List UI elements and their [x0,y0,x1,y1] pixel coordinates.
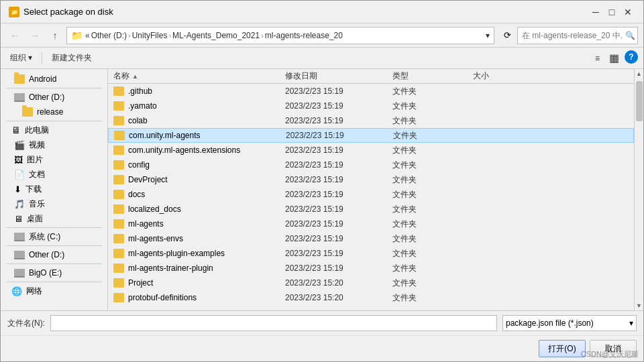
row-date: 2023/2/23 15:19 [282,86,390,96]
scroll-down-button[interactable]: ▼ [635,301,644,310]
col-header-date[interactable]: 修改日期 [282,70,390,82]
col-header-name[interactable]: 名称 ▲ [108,70,282,82]
folder-icon-row [113,249,124,258]
sort-arrow-name: ▲ [132,73,138,80]
minimize-button[interactable]: ─ [588,5,603,19]
toolbar: 组织 ▾ 新建文件夹 ≡ ▦ ? [1,48,643,69]
row-name: colab [128,116,148,125]
folder-icon-row [114,131,125,140]
file-list: 名称 ▲ 修改日期 类型 大小 [108,69,634,310]
scroll-track-area[interactable] [635,78,644,301]
address-crumb: « Other (D:) › UnityFiles › ML-Agents_De… [85,31,343,40]
organize-button[interactable]: 组织 ▾ [6,50,36,66]
toolbar-separator [42,52,42,64]
up-button[interactable]: ↑ [46,27,64,44]
drive-icon-other-d [14,93,25,102]
row-name: ml-agents [128,219,164,229]
sidebar-label-docs: 文档 [29,169,45,180]
forward-button[interactable]: → [26,27,44,44]
dropdown-arrow-address[interactable]: ▾ [486,31,490,40]
view-menu-button[interactable]: ≡ [591,50,604,66]
scroll-thumb[interactable] [636,81,643,121]
sidebar-item-sysc[interactable]: 系统 (C:) [1,229,107,244]
table-row[interactable]: .github 2023/2/23 15:19 文件夹 [108,84,634,99]
col-header-size[interactable]: 大小 [470,70,524,82]
drive-icon-bigo [14,269,25,278]
help-button[interactable]: ? [625,50,638,64]
col-header-type[interactable]: 类型 [390,70,470,82]
folder-icon-row [113,293,124,302]
row-type: 文件夹 [390,292,470,304]
back-button[interactable]: ← [6,27,23,44]
open-button[interactable]: 打开(O) [539,340,586,357]
main-area: Android Other (D:) release 🖥 此电脑 🎬 [1,69,643,310]
scrollbar-track[interactable]: ▲ ▼ [634,69,643,310]
table-row[interactable]: docs 2023/2/23 15:19 文件夹 [108,187,634,202]
sidebar-sep-5 [6,263,102,264]
title-bar-controls: ─ □ ✕ [588,5,635,19]
table-row[interactable]: com.unity.ml-agents.extensions 2023/2/23… [108,143,634,158]
sidebar-item-photo[interactable]: 🖼 图片 [1,152,107,167]
folder-icon-row [113,204,124,214]
row-type: 文件夹 [390,160,470,171]
sidebar-item-android[interactable]: Android [1,72,107,86]
table-row[interactable]: ml-agents-plugin-examples 2023/2/23 15:1… [108,246,634,261]
table-row[interactable]: localized_docs 2023/2/23 15:19 文件夹 [108,202,634,217]
row-type: 文件夹 [390,86,470,97]
download-icon: ⬇ [14,184,21,194]
sidebar-item-video[interactable]: 🎬 视频 [1,137,107,152]
sidebar-item-thispc[interactable]: 🖥 此电脑 [1,123,107,137]
file-dialog: 📁 Select package on disk ─ □ ✕ ← → ↑ 📁 «… [0,0,644,362]
table-row[interactable]: colab 2023/2/23 15:19 文件夹 [108,113,634,128]
filetype-select[interactable]: package.json file (*.json) ▾ [502,315,637,331]
row-date: 2023/2/23 15:20 [282,278,390,288]
table-row[interactable]: ml-agents-trainer-plugin 2023/2/23 15:19… [108,261,634,276]
drive-icon-otherd2 [14,251,25,259]
dialog-title: Select package on disk [23,7,113,17]
dialog-icon: 📁 [9,7,19,17]
sidebar-item-release[interactable]: release [1,105,107,119]
refresh-button[interactable]: ⟳ [500,28,515,43]
sidebar-item-network[interactable]: 🌐 网络 [1,284,107,298]
photo-icon: 🖼 [14,155,23,165]
file-list-header: 名称 ▲ 修改日期 类型 大小 [108,69,634,84]
music-icon: 🎵 [14,199,25,209]
address-bar[interactable]: 📁 « Other (D:) › UnityFiles › ML-Agents_… [66,27,494,44]
row-type: 文件夹 [390,189,470,200]
row-type: 文件夹 [390,263,470,274]
filename-input[interactable] [50,315,497,331]
folder-icon-address: 📁 [71,30,83,41]
sidebar-item-bigo[interactable]: BigO (E:) [1,265,107,280]
table-row[interactable]: com.unity.ml-agents 2023/2/23 15:19 文件夹 [108,128,634,143]
new-folder-button[interactable]: 新建文件夹 [48,50,96,66]
search-input[interactable] [522,31,623,40]
table-row[interactable]: protobuf-definitions 2023/2/23 15:20 文件夹 [108,290,634,305]
maximize-button[interactable]: □ [604,5,619,19]
table-row[interactable]: ml-agents-envs 2023/2/23 15:19 文件夹 [108,231,634,246]
row-date: 2023/2/23 15:19 [282,204,390,214]
sidebar-label-release: release [37,107,63,117]
sidebar-item-other-d[interactable]: Other (D:) [1,90,107,105]
row-date: 2023/2/23 15:19 [282,145,390,155]
search-icon: 🔍 [625,31,635,40]
sidebar-item-docs[interactable]: 📄 文档 [1,167,107,182]
table-row[interactable]: .yamato 2023/2/23 15:19 文件夹 [108,99,634,113]
layout-button[interactable]: ▦ [605,50,623,66]
table-row[interactable]: config 2023/2/23 15:19 文件夹 [108,158,634,172]
view-options: ≡ ▦ ? [591,50,638,66]
table-row[interactable]: Project 2023/2/23 15:20 文件夹 [108,276,634,290]
sidebar-item-music[interactable]: 🎵 音乐 [1,196,107,211]
scroll-up-button[interactable]: ▲ [635,69,644,78]
table-row[interactable]: DevProject 2023/2/23 15:19 文件夹 [108,172,634,187]
search-box[interactable]: 🔍 [517,27,638,44]
sidebar-sep-4 [6,245,102,246]
table-row[interactable]: ml-agents 2023/2/23 15:19 文件夹 [108,217,634,231]
close-button[interactable]: ✕ [621,5,635,19]
row-name: ml-agents-plugin-examples [128,249,225,258]
sidebar-item-desktop[interactable]: 🖥 桌面 [1,211,107,226]
row-type: 文件夹 [390,115,470,127]
row-date: 2023/2/23 15:19 [282,116,390,125]
row-date: 2023/2/23 15:19 [282,175,390,184]
sidebar-item-download[interactable]: ⬇ 下载 [1,182,107,196]
sidebar-item-otherd2[interactable]: Other (D:) [1,247,107,262]
